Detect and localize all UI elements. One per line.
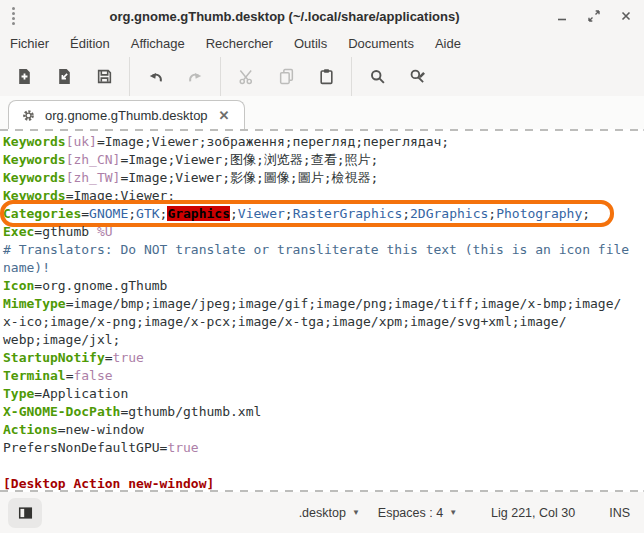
copy-button [266, 60, 306, 94]
code-segment-plain: ; [230, 206, 238, 221]
tab-label: org.gnome.gThumb.desktop [45, 108, 208, 123]
statusbar-right: .desktop ▼ Espaces : 4 ▼ Lig 221, Col 30… [299, 506, 630, 520]
editor-line[interactable] [3, 457, 644, 475]
save-document-button[interactable] [84, 60, 124, 94]
editor-line[interactable]: MimeType=image/bmp;image/jpeg;image/gif;… [3, 295, 644, 313]
cursor-position: Lig 221, Col 30 [491, 506, 575, 520]
cut-button [226, 60, 266, 94]
tab-width-selector[interactable]: Espaces : 4 ▼ [378, 506, 457, 520]
editor-line[interactable]: Categories=GNOME;GTK;Graphics;Viewer;Ras… [3, 205, 644, 223]
code-segment-blue: GTK [136, 206, 159, 221]
code-segment-key: StartupNotify [3, 350, 105, 365]
code-segment-blue: RasterGraphics [293, 206, 403, 221]
status-bar: .desktop ▼ Espaces : 4 ▼ Lig 221, Col 30… [0, 492, 644, 533]
editor-line[interactable]: # Translators: Do NOT translate or trans… [3, 241, 644, 259]
editor-line[interactable]: Icon=org.gnome.gThumb [3, 277, 644, 295]
side-panel-icon [18, 506, 33, 520]
restore-icon[interactable] [586, 8, 602, 24]
editor-line[interactable]: Actions=new-window [3, 421, 644, 439]
menu-item-aide[interactable]: Aide [435, 36, 461, 51]
paste-button[interactable] [306, 60, 346, 94]
paste-icon [318, 68, 335, 85]
close-icon[interactable] [618, 8, 634, 24]
undo-icon [147, 68, 164, 85]
find-button[interactable] [357, 60, 397, 94]
editor-line[interactable]: Type=Application [3, 385, 644, 403]
code-segment-comment: # Translators: Do NOT translate or trans… [3, 242, 629, 257]
editor-line[interactable]: Keywords[zh_CN]=Image;Viewer;图像;浏览器;查看;照… [3, 151, 644, 169]
code-segment-special: true [113, 350, 144, 365]
code-segment-plain: =new-window [58, 422, 144, 437]
open-document-button[interactable] [44, 60, 84, 94]
gear-icon [21, 108, 36, 123]
menu-item-outils[interactable]: Outils [294, 36, 327, 51]
editor-line[interactable]: Exec=gthumb %U [3, 223, 644, 241]
toolbar [0, 57, 644, 96]
menu-item-edition[interactable]: Édition [70, 36, 110, 51]
side-panel-toggle-button[interactable] [8, 498, 42, 528]
code-segment-plain: =Image;Viewer;зображення;перегляд;перегл… [97, 134, 449, 149]
editor-line[interactable]: Keywords[zh_TW]=Image;Viewer;影像;圖像;圖片;檢視… [3, 169, 644, 187]
editor-text-area[interactable]: Keywords[uk]=Image;Viewer;зображення;пер… [0, 131, 644, 490]
code-segment-plain: ; [285, 206, 293, 221]
cut-icon [238, 68, 255, 85]
code-segment-blue: Viewer [238, 206, 285, 221]
code-segment-key: Exec [3, 224, 34, 239]
editor-line[interactable]: PrefersNonDefaultGPU=true [3, 439, 644, 457]
editor-line[interactable]: name)! [3, 259, 644, 277]
code-segment-plain: =Image;Viewer;影像;圖像;圖片;檢視器; [120, 170, 378, 185]
save-icon [96, 68, 113, 85]
code-segment-plain: webp;image/jxl; [3, 332, 120, 347]
code-segment-key: Terminal [3, 368, 66, 383]
code-segment-locale: [uk] [66, 134, 97, 149]
code-segment-key: Keywords [3, 134, 66, 149]
language-selector[interactable]: .desktop ▼ [299, 506, 360, 520]
menu-item-affichage[interactable]: Affichage [131, 36, 185, 51]
undo-button[interactable] [135, 60, 175, 94]
editor-line[interactable]: X-GNOME-DocPath=gthumb/gthumb.xml [3, 403, 644, 421]
chevron-down-icon: ▼ [352, 508, 360, 517]
editor-line[interactable]: Terminal=false [3, 367, 644, 385]
editor-line[interactable]: StartupNotify=true [3, 349, 644, 367]
chevron-down-icon: ▼ [449, 508, 457, 517]
editor-line[interactable]: Keywords=Image;Viewer; [3, 187, 644, 205]
code-segment-locale: [zh_CN] [66, 152, 121, 167]
code-segment-key: Categories [3, 206, 81, 221]
window-title: org.gnome.gThumb.desktop (~/.local/share… [15, 9, 554, 24]
code-segment-special: true [167, 440, 198, 455]
menu-item-rechercher[interactable]: Rechercher [206, 36, 273, 51]
code-segment-key: Keywords [3, 188, 66, 203]
document-tab[interactable]: org.gnome.gThumb.desktop ✕ [8, 100, 245, 129]
code-segment-comment: name)! [3, 260, 50, 275]
gedit-window: org.gnome.gThumb.desktop (~/.local/share… [0, 0, 644, 533]
find-icon [369, 68, 386, 85]
open-document-icon [56, 68, 73, 85]
menu-item-fichier[interactable]: Fichier [10, 36, 49, 51]
minimize-icon[interactable] [554, 8, 570, 24]
editor-line[interactable]: webp;image/jxl; [3, 331, 644, 349]
code-segment-blue: GNOME [89, 206, 128, 221]
editor-line[interactable]: [Desktop Action new-window] [3, 475, 644, 490]
code-segment-plain: =Application [34, 386, 128, 401]
tab-close-icon[interactable]: ✕ [217, 108, 232, 123]
editor-line[interactable]: Keywords[uk]=Image;Viewer;зображення;пер… [3, 133, 644, 151]
menu-item-documents[interactable]: Documents [348, 36, 414, 51]
find-replace-button[interactable] [397, 60, 437, 94]
editor-line[interactable]: x-ico;image/x-png;image/x-pcx;image/x-tg… [3, 313, 644, 331]
code-segment-plain: = [81, 206, 89, 221]
window-controls [554, 8, 634, 24]
new-document-button[interactable] [4, 60, 44, 94]
code-segment-key: X-GNOME-DocPath [3, 404, 120, 419]
code-segment-plain: =Image;Viewer; [66, 188, 176, 203]
code-segment-key: Keywords [3, 170, 66, 185]
tab-bar: org.gnome.gThumb.desktop ✕ [0, 96, 644, 129]
code-segment-plain: ; [402, 206, 410, 221]
code-segment-key: Icon [3, 278, 34, 293]
code-segment-special: %U [97, 224, 113, 239]
redo-button [175, 60, 215, 94]
insert-mode-indicator[interactable]: INS [609, 506, 630, 520]
code-segment-key: Keywords [3, 152, 66, 167]
code-segment-locale: [zh_TW] [66, 170, 121, 185]
find-replace-icon [409, 68, 426, 85]
code-segment-key: Actions [3, 422, 58, 437]
